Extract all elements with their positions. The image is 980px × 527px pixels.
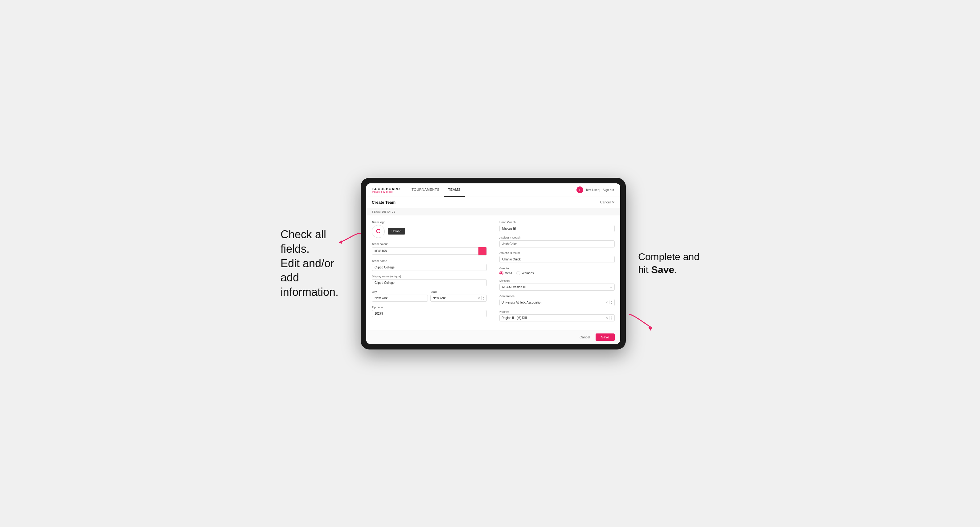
- city-label: City: [372, 290, 428, 294]
- arrow-left: [336, 230, 364, 249]
- assistant-coach-label: Assistant Coach: [500, 236, 615, 239]
- head-coach-input[interactable]: [500, 225, 615, 232]
- gender-label: Gender: [500, 267, 615, 270]
- form-body: Team logo C Upload Team colo: [366, 216, 620, 330]
- state-down-icon: ▼: [483, 298, 485, 300]
- athletic-director-input[interactable]: [500, 256, 615, 263]
- state-value: New York: [433, 297, 476, 300]
- upload-button[interactable]: Upload: [388, 228, 405, 235]
- division-group: Division NCAA Division III: [500, 279, 615, 290]
- team-name-group: Team name: [372, 259, 487, 271]
- nav-user: T Test User | Sign out: [576, 186, 614, 193]
- form-title: Create Team: [372, 200, 396, 205]
- app-logo: SCOREBOARD Powered by clippd: [372, 187, 400, 193]
- conference-group: Conference University Athletic Associati…: [500, 294, 615, 306]
- nav-tabs: TOURNAMENTS TEAMS: [407, 183, 465, 197]
- region-down-icon: ▼: [611, 318, 612, 320]
- form-footer: Cancel Save: [366, 330, 620, 344]
- division-select-wrapper: NCAA Division III: [500, 284, 615, 290]
- region-label: Region: [500, 310, 615, 313]
- cancel-button[interactable]: Cancel: [576, 334, 593, 341]
- athletic-director-group: Athletic Director: [500, 251, 615, 263]
- display-name-input[interactable]: [372, 279, 487, 286]
- city-input[interactable]: [372, 295, 428, 302]
- logo-sub: Powered by clippd: [372, 191, 400, 193]
- team-name-input[interactable]: [372, 264, 487, 271]
- app-navbar: SCOREBOARD Powered by clippd TOURNAMENTS…: [366, 183, 620, 197]
- state-divider: [481, 296, 482, 300]
- conference-select[interactable]: University Athletic Association ✕ ▲ ▼: [500, 299, 615, 306]
- region-divider: [609, 316, 609, 320]
- region-controls: ✕ ▲ ▼: [605, 316, 612, 320]
- gender-womens-option[interactable]: Womens: [516, 271, 534, 275]
- logo-circle: C: [372, 225, 385, 238]
- conference-value: University Athletic Association: [501, 301, 604, 304]
- womens-radio-dot: [516, 271, 520, 275]
- team-colour-label: Team colour: [372, 242, 487, 246]
- mens-radio-dot: [500, 271, 503, 275]
- division-label: Division: [500, 279, 615, 282]
- state-clear-icon[interactable]: ✕: [477, 297, 480, 300]
- state-label: State: [430, 290, 487, 294]
- region-select[interactable]: Region II - (M) DIII ✕ ▲ ▼: [500, 314, 615, 321]
- division-select[interactable]: NCAA Division III: [500, 284, 615, 290]
- display-name-group: Display name (unique): [372, 275, 487, 286]
- logo-title: SCOREBOARD: [372, 187, 400, 191]
- color-field-wrapper: [372, 247, 487, 256]
- gender-group: Gender Mens Womens: [500, 267, 615, 275]
- section-header: TEAM DETAILS: [366, 208, 620, 216]
- region-value: Region II - (M) DIII: [501, 316, 604, 320]
- form-right-column: Head Coach Assistant Coach Athletic Dire…: [493, 221, 615, 325]
- zip-label: Zip code: [372, 305, 487, 309]
- close-icon: ✕: [612, 200, 615, 204]
- zip-input[interactable]: [372, 310, 487, 317]
- city-group: City: [372, 290, 428, 302]
- display-name-label: Display name (unique): [372, 275, 487, 278]
- tablet-frame: SCOREBOARD Powered by clippd TOURNAMENTS…: [361, 178, 626, 349]
- state-arrows: ▲ ▼: [483, 296, 485, 300]
- team-colour-input[interactable]: [372, 248, 478, 254]
- instruction-right: Complete and hit Save.: [638, 251, 700, 276]
- region-group: Region Region II - (M) DIII ✕ ▲ ▼: [500, 310, 615, 321]
- conference-divider: [609, 300, 609, 304]
- user-name: Test User |: [586, 188, 600, 192]
- color-swatch[interactable]: [478, 247, 487, 256]
- conf-up-icon: ▲: [611, 300, 612, 302]
- user-avatar: T: [576, 186, 583, 193]
- state-up-icon: ▲: [483, 296, 485, 298]
- sign-out-link[interactable]: Sign out: [603, 188, 614, 192]
- conference-label: Conference: [500, 294, 615, 298]
- head-coach-group: Head Coach: [500, 221, 615, 232]
- tab-tournaments[interactable]: TOURNAMENTS: [407, 183, 444, 197]
- conf-down-icon: ▼: [611, 303, 612, 305]
- region-up-icon: ▲: [611, 316, 612, 318]
- tablet-screen: SCOREBOARD Powered by clippd TOURNAMENTS…: [366, 183, 620, 344]
- head-coach-label: Head Coach: [500, 221, 615, 224]
- save-button[interactable]: Save: [596, 333, 615, 341]
- region-arrows: ▲ ▼: [611, 316, 612, 320]
- team-name-label: Team name: [372, 259, 487, 263]
- zip-code-group: Zip code: [372, 305, 487, 317]
- gender-options: Mens Womens: [500, 271, 615, 275]
- assistant-coach-group: Assistant Coach: [500, 236, 615, 248]
- state-group: State New York ✕ ▲ ▼: [430, 290, 487, 302]
- form-container: Create Team Cancel ✕ TEAM DETAILS: [366, 197, 620, 344]
- state-select[interactable]: New York ✕ ▲ ▼: [430, 295, 487, 302]
- team-logo-group: Team logo C Upload: [372, 221, 487, 238]
- tab-teams[interactable]: TEAMS: [444, 183, 465, 197]
- team-logo-label: Team logo: [372, 221, 487, 224]
- conference-arrows: ▲ ▼: [611, 300, 612, 305]
- athletic-director-label: Athletic Director: [500, 251, 615, 254]
- mens-label: Mens: [504, 271, 512, 275]
- team-colour-group: Team colour: [372, 242, 487, 256]
- arrow-right: [626, 311, 657, 333]
- assistant-coach-input[interactable]: [500, 240, 615, 248]
- form-cancel-top[interactable]: Cancel ✕: [600, 200, 615, 204]
- form-left-column: Team logo C Upload Team colo: [372, 221, 493, 325]
- conference-clear-icon[interactable]: ✕: [605, 301, 608, 304]
- logo-upload-area: C Upload: [372, 225, 487, 238]
- region-clear-icon[interactable]: ✕: [605, 316, 608, 320]
- gender-mens-option[interactable]: Mens: [500, 271, 512, 275]
- city-state-row: City State New York ✕: [372, 290, 487, 302]
- conference-controls: ✕ ▲ ▼: [605, 300, 612, 305]
